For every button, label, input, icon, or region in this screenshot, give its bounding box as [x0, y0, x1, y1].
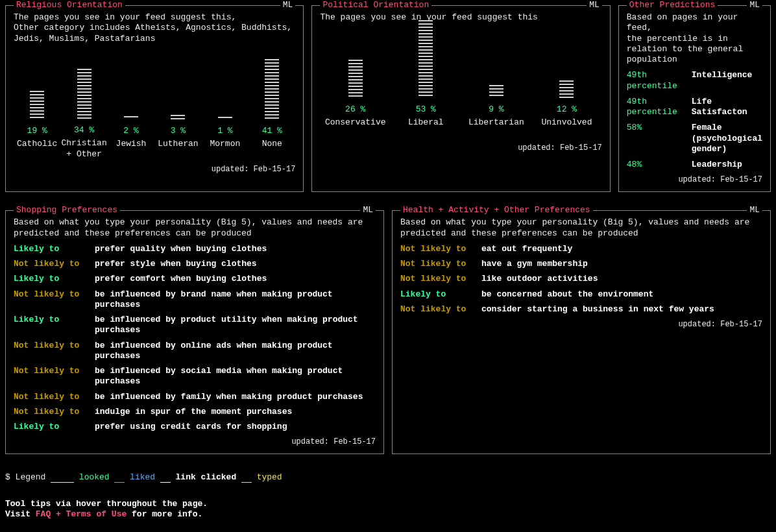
bar-column: 12 %Uninvolved: [531, 80, 602, 138]
legend-typed: typed: [257, 472, 282, 482]
bar: [489, 85, 503, 98]
tips-line1: Tool tips via hover throughout the page.: [5, 499, 771, 509]
preference-value: be influenced by social media when makin…: [95, 366, 376, 387]
preference-value: prefer quality when buying clothes: [95, 244, 267, 254]
bar-value: 3 %: [171, 126, 186, 136]
preference-row: Not likely tobe influenced by social med…: [14, 366, 376, 387]
bar-column: 41 %None: [249, 59, 295, 160]
bar-value: 26 %: [345, 104, 365, 115]
updated-label: updated: Feb-15-17: [400, 320, 762, 330]
bar-column: 3 %Lutheran: [154, 115, 201, 160]
preference-row: Likely toprefer quality when buying clot…: [14, 244, 376, 254]
religious-panel: Religious Orientation ML The pages you s…: [5, 5, 304, 192]
bar-label: Lutheran: [158, 139, 198, 160]
preference-key: Not likely to: [14, 366, 95, 387]
prediction-row: 49th percentileLife Satisfacton: [627, 97, 762, 118]
predictions-table: 49th percentileIntelligence49th percenti…: [627, 70, 762, 170]
legend-typed-swatch: [241, 472, 252, 483]
preference-value: like outdoor activities: [481, 274, 598, 284]
ml-tag: ML: [360, 205, 376, 215]
bar-label: Jewish: [116, 139, 147, 160]
panel-title: Other Predictions: [627, 0, 718, 10]
bar-value: 2 %: [123, 126, 138, 136]
panel-title: Religious Orientation: [14, 0, 125, 10]
ml-tag: ML: [280, 0, 296, 10]
prediction-value: Female (psychological gender): [692, 123, 762, 154]
preference-value: prefer comfort when buying clothes: [95, 274, 267, 284]
prediction-value: Life Satisfacton: [692, 97, 762, 118]
preference-row: Not likely toeat out frequently: [400, 244, 762, 254]
preference-row: Likely toprefer comfort when buying clot…: [14, 274, 376, 284]
bar-column: 1 %Mormon: [202, 117, 249, 160]
shopping-panel: Shopping Preferences ML Based on what yo…: [5, 210, 384, 454]
preference-value: eat out frequently: [481, 244, 572, 254]
preference-key: Not likely to: [14, 392, 95, 402]
panel-title: Health + Activity + Other Preferences: [400, 205, 593, 215]
bar-column: 19 %Catholic: [14, 91, 60, 159]
panel-desc: The pages you see in your feed suggest t…: [14, 12, 295, 44]
bar-label: Uninvolved: [541, 117, 592, 138]
panel-desc: Based on pages in your feed, the percent…: [627, 12, 762, 65]
preference-key: Likely to: [400, 289, 481, 300]
preference-value: consider starting a business in next few…: [481, 304, 714, 315]
legend: $ Legend looked liked link clicked typed: [5, 472, 771, 483]
health-panel: Health + Activity + Other Preferences ML…: [392, 210, 771, 454]
preference-key: Likely to: [14, 244, 95, 254]
preference-value: be influenced by brand name when making …: [95, 289, 376, 311]
bar: [348, 60, 363, 98]
preference-value: be concerned about the environment: [481, 289, 653, 300]
bar-label: Liberal: [408, 117, 444, 138]
preference-key: Not likely to: [400, 244, 481, 254]
panel-desc: The pages you see in your feed suggest t…: [320, 12, 601, 23]
prediction-key: 58%: [627, 123, 692, 154]
political-panel: Political Orientation ML The pages you s…: [311, 5, 610, 192]
legend-clicked: link clicked: [176, 472, 237, 482]
bar: [77, 69, 91, 119]
preference-value: prefer style when buying clothes: [95, 259, 257, 269]
bar: [418, 20, 433, 98]
bar-label: Catholic: [17, 139, 57, 160]
bar-value: 19 %: [27, 126, 47, 136]
panel-title: Political Orientation: [320, 0, 431, 10]
health-list: Not likely toeat out frequentlyNot likel…: [400, 244, 762, 315]
updated-label: updated: Feb-15-17: [320, 143, 601, 153]
bar-label: None: [262, 139, 282, 160]
ml-tag: ML: [747, 0, 762, 10]
faq-link[interactable]: FAQ + Terms of Use: [36, 509, 127, 519]
bar: [218, 117, 232, 119]
bar-value: 9 %: [489, 104, 503, 115]
preference-row: Not likely tohave a gym membership: [400, 259, 762, 269]
bar-label: Libertarian: [468, 117, 524, 138]
legend-looked-swatch: [51, 472, 74, 483]
bar-column: 34 %Christian + Other: [60, 69, 107, 160]
shopping-list: Likely toprefer quality when buying clot…: [14, 244, 376, 433]
footer-tips: Tool tips via hover throughout the page.…: [5, 499, 771, 520]
prediction-row: 48%Leadership: [627, 160, 762, 170]
bar: [124, 116, 138, 119]
bar: [559, 80, 574, 98]
bar: [171, 115, 185, 119]
preference-key: Not likely to: [400, 304, 481, 315]
bar-label: Conservative: [325, 117, 386, 138]
ml-tag: ML: [587, 0, 602, 10]
panel-desc: Based on what you type your personality …: [400, 217, 762, 239]
bar-label: Christian + Other: [62, 138, 107, 160]
prediction-value: Intelligence: [692, 70, 753, 91]
prediction-key: 49th percentile: [627, 70, 692, 91]
prediction-key: 49th percentile: [627, 97, 692, 118]
panel-desc: Based on what you type your personality …: [14, 217, 376, 239]
preference-key: Not likely to: [14, 259, 95, 269]
prediction-key: 48%: [627, 160, 692, 170]
legend-prefix: $ Legend: [5, 472, 45, 482]
bar-column: 2 %Jewish: [108, 116, 154, 160]
preference-value: be influenced by product utility when ma…: [95, 315, 376, 336]
updated-label: updated: Feb-15-17: [14, 437, 376, 447]
preference-row: Not likely toprefer style when buying cl…: [14, 259, 376, 269]
preference-value: be influenced by family when making prod…: [95, 392, 363, 402]
preference-key: Likely to: [14, 274, 95, 284]
preference-row: Not likely toconsider starting a busines…: [400, 304, 762, 315]
preference-row: Not likely tolike outdoor activities: [400, 274, 762, 284]
preference-key: Likely to: [14, 315, 95, 336]
preference-row: Not likely tobe influenced by family whe…: [14, 392, 376, 402]
legend-liked: liked: [130, 472, 155, 482]
